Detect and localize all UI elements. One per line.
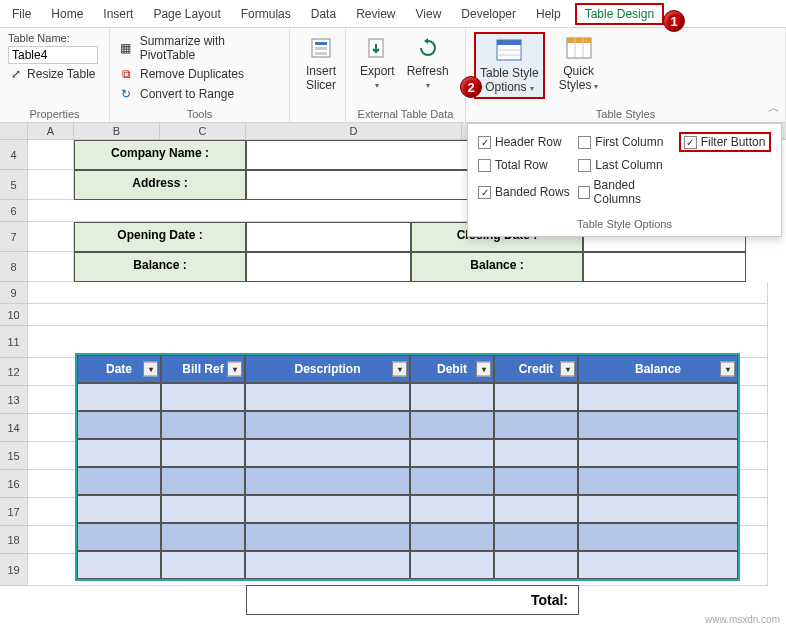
filter-dropdown-icon[interactable]: ▾ [227, 362, 242, 377]
insert-slicer-button[interactable]: InsertSlicer [298, 32, 344, 95]
row-header[interactable]: 14 [0, 414, 28, 442]
row-header[interactable]: 7 [0, 222, 28, 252]
refresh-button[interactable]: Refresh▾ [401, 32, 455, 94]
row-header[interactable]: 11 [0, 326, 28, 358]
opening-date-value[interactable] [246, 222, 411, 252]
col-balance[interactable]: Balance▾ [578, 355, 738, 383]
checkbox-banded-rows[interactable]: Banded Rows [478, 178, 570, 206]
checkbox-first-column[interactable]: First Column [578, 132, 670, 152]
row-header[interactable]: 17 [0, 498, 28, 526]
tab-developer[interactable]: Developer [451, 3, 526, 25]
filter-dropdown-icon[interactable]: ▾ [392, 362, 407, 377]
row-header[interactable]: 9 [0, 282, 28, 304]
collapse-ribbon-button[interactable]: ︿ [768, 100, 780, 117]
row-header[interactable]: 8 [0, 252, 28, 282]
tab-formulas[interactable]: Formulas [231, 3, 301, 25]
group-external-data: Export▾ Refresh▾ External Table Data [346, 28, 466, 122]
export-button[interactable]: Export▾ [354, 32, 401, 94]
col-header-b[interactable]: B [74, 123, 160, 139]
select-all-corner[interactable] [0, 123, 28, 139]
row-header[interactable]: 15 [0, 442, 28, 470]
cell[interactable] [28, 304, 768, 326]
dupes-label: Remove Duplicates [140, 67, 244, 81]
tab-table-design[interactable]: Table Design [575, 3, 664, 25]
first-col-label: First Column [595, 135, 663, 149]
table-row[interactable] [77, 495, 738, 523]
row-header[interactable]: 12 [0, 358, 28, 386]
table-row[interactable] [77, 523, 738, 551]
slicer-line1: Insert [306, 64, 336, 78]
remove-duplicates-button[interactable]: ⧉ Remove Duplicates [118, 64, 281, 84]
group-properties: Table Name: ⤢ Resize Table Properties [0, 28, 110, 122]
col-debit-label: Debit [437, 362, 467, 376]
export-label: Export [360, 64, 395, 78]
table-row[interactable] [77, 411, 738, 439]
resize-icon: ⤢ [8, 66, 24, 82]
table-style-options-button[interactable]: Table StyleOptions ▾ [474, 32, 545, 99]
table-row[interactable] [77, 551, 738, 579]
balance1-label[interactable]: Balance : [74, 252, 246, 282]
tab-insert[interactable]: Insert [93, 3, 143, 25]
address-label[interactable]: Address : [74, 170, 246, 200]
summarize-pivot-button[interactable]: ▦ Summarize with PivotTable [118, 32, 281, 64]
header-row-label: Header Row [495, 135, 562, 149]
filter-dropdown-icon[interactable]: ▾ [143, 362, 158, 377]
style-opts-line2: Options [485, 80, 526, 94]
tab-help[interactable]: Help [526, 3, 571, 25]
convert-range-button[interactable]: ↻ Convert to Range [118, 84, 281, 104]
company-name-label[interactable]: Company Name : [74, 140, 246, 170]
check-icon [478, 136, 491, 149]
cell[interactable] [28, 282, 768, 304]
tab-view[interactable]: View [406, 3, 452, 25]
filter-dropdown-icon[interactable]: ▾ [476, 362, 491, 377]
cell[interactable] [28, 252, 74, 282]
chevron-down-icon: ▾ [426, 81, 430, 90]
checkbox-total-row[interactable]: Total Row [478, 158, 570, 172]
cell[interactable] [28, 222, 74, 252]
table-row[interactable] [77, 383, 738, 411]
quick-styles-button[interactable]: QuickStyles ▾ [553, 32, 605, 95]
table-row[interactable] [77, 439, 738, 467]
col-balance-label: Balance [635, 362, 681, 376]
filter-dropdown-icon[interactable]: ▾ [720, 362, 735, 377]
col-date[interactable]: Date▾ [77, 355, 161, 383]
col-debit[interactable]: Debit▾ [410, 355, 494, 383]
balance2-label[interactable]: Balance : [411, 252, 583, 282]
row-header[interactable]: 6 [0, 200, 28, 222]
cell[interactable] [28, 170, 74, 200]
balance2-value[interactable] [583, 252, 746, 282]
row-header[interactable]: 16 [0, 470, 28, 498]
row-header[interactable]: 13 [0, 386, 28, 414]
col-header-c[interactable]: C [160, 123, 246, 139]
col-header-a[interactable]: A [28, 123, 74, 139]
checkbox-last-column[interactable]: Last Column [578, 158, 670, 172]
checkbox-banded-columns[interactable]: Banded Columns [578, 178, 670, 206]
refresh-icon [414, 34, 442, 62]
row-header[interactable]: 19 [0, 554, 28, 586]
col-description[interactable]: Description▾ [245, 355, 410, 383]
opening-date-label[interactable]: Opening Date : [74, 222, 246, 252]
balance1-value[interactable] [246, 252, 411, 282]
col-bill-ref[interactable]: Bill Ref▾ [161, 355, 245, 383]
data-table[interactable]: Date▾ Bill Ref▾ Description▾ Debit▾ Cred… [75, 353, 740, 581]
tab-page-layout[interactable]: Page Layout [143, 3, 230, 25]
checkbox-header-row[interactable]: Header Row [478, 132, 570, 152]
row-header[interactable]: 18 [0, 526, 28, 554]
row-header[interactable]: 10 [0, 304, 28, 326]
cell[interactable] [28, 140, 74, 170]
tab-data[interactable]: Data [301, 3, 346, 25]
tab-review[interactable]: Review [346, 3, 405, 25]
table-name-input[interactable] [8, 46, 98, 64]
filter-dropdown-icon[interactable]: ▾ [560, 362, 575, 377]
checkbox-filter-button[interactable]: Filter Button [679, 132, 771, 152]
col-credit[interactable]: Credit▾ [494, 355, 578, 383]
tab-file[interactable]: File [2, 3, 41, 25]
table-row[interactable] [77, 467, 738, 495]
total-label[interactable]: Total: [246, 585, 579, 615]
tab-home[interactable]: Home [41, 3, 93, 25]
resize-table-button[interactable]: ⤢ Resize Table [8, 66, 101, 82]
row-header[interactable]: 5 [0, 170, 28, 200]
duplicates-icon: ⧉ [118, 66, 134, 82]
col-header-d[interactable]: D [246, 123, 462, 139]
row-header[interactable]: 4 [0, 140, 28, 170]
